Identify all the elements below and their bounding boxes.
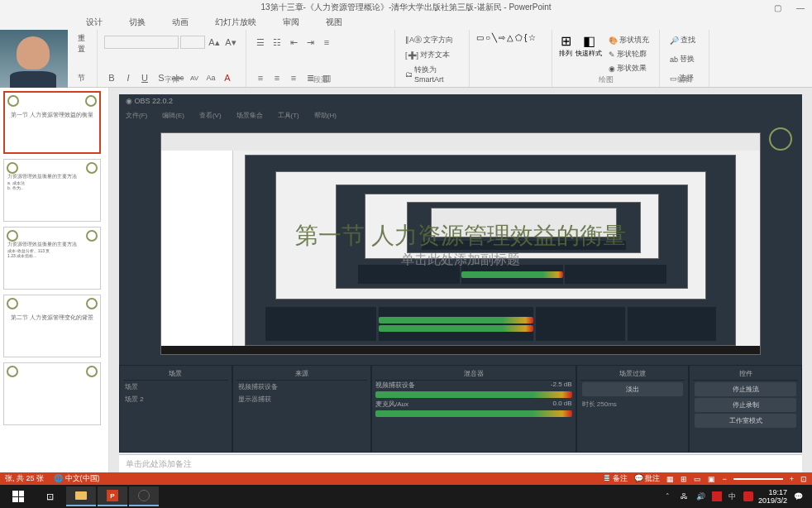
thumbnail-4[interactable]: 第二节 人力资源管理变化的背景 xyxy=(3,295,101,357)
window-title: 13第十三章-《人力资源管理概论》-清华大学出版社第三版-谌新民 - Power… xyxy=(260,2,551,13)
tray-volume-icon[interactable]: 🔊 xyxy=(695,491,707,502)
ribbon-collapse-icon[interactable]: ▢ xyxy=(769,2,786,12)
zoom-out-icon[interactable]: − xyxy=(722,475,726,483)
slide-canvas[interactable]: ◉ OBS 22.0.2 文件(F) 编辑(E) 查看(V) 场景集合 工具(T… xyxy=(119,94,802,453)
shape-fill-button[interactable]: 🎨 形状填充 xyxy=(605,33,652,47)
obs-menu-tools[interactable]: 工具(T) xyxy=(278,111,299,121)
thumbnail-1[interactable]: 第一节 人力资源管理效益的衡量 xyxy=(3,91,101,154)
obs-stop-stream-button[interactable]: 停止推流 xyxy=(695,382,796,396)
indent-right-icon[interactable]: ⇥ xyxy=(303,35,318,50)
obs-logo-icon: ◉ OBS 22.0.2 xyxy=(126,97,173,107)
tray-ime-icon[interactable] xyxy=(712,491,722,501)
font-group-label: 字体 xyxy=(98,74,246,85)
shape-rect-icon[interactable]: ▭ xyxy=(476,33,484,42)
shape-triangle-icon[interactable]: △ xyxy=(507,33,513,42)
obs-sources-panel[interactable]: 来源 视频捕获设备 显示器捕获 xyxy=(232,365,371,453)
obs-preview[interactable]: 第一节 人力资源管理效益的衡量 单击此处添加副标题 xyxy=(119,122,802,365)
shape-arrow-icon[interactable]: ⇨ xyxy=(499,33,505,42)
taskview-icon[interactable]: ⊡ xyxy=(35,486,64,506)
tab-design[interactable]: 设计 xyxy=(73,15,116,30)
paragraph-group-label: 段落 xyxy=(246,74,394,85)
reset-button[interactable]: 重置 xyxy=(74,31,90,56)
shape-curly-icon[interactable]: { xyxy=(524,33,527,42)
taskbar-explorer[interactable] xyxy=(66,486,96,506)
tab-slideshow[interactable]: 幻灯片放映 xyxy=(202,15,270,30)
ribbon-group-slides: 重置 节 xyxy=(68,30,98,87)
tray-time[interactable]: 19:17 xyxy=(758,488,787,496)
tray-sogou-icon[interactable] xyxy=(743,491,753,501)
reading-view-icon[interactable]: ▭ xyxy=(694,475,701,483)
minimize-icon[interactable]: — xyxy=(792,2,809,12)
taskbar-powerpoint[interactable]: P xyxy=(98,486,127,506)
tab-view[interactable]: 视图 xyxy=(313,15,356,30)
tray-notifications-icon[interactable]: 💬 xyxy=(792,491,804,502)
thumbnail-3[interactable]: 力资源管理效益衡量的主要方法 成本-收益分析。113 页 1.23 成本指标..… xyxy=(3,227,101,290)
ribbon-group-paragraph2: ‖Aⓐ 文字方向 [➕] 对齐文本 🗂 转换为 SmartArt xyxy=(395,30,470,87)
tab-animations[interactable]: 动画 xyxy=(159,15,202,30)
ribbon-group-editing: 🔎 查找 ab 替换 ▭ 选择 编辑 xyxy=(660,30,709,87)
notes-toggle[interactable]: ≣ 备注 xyxy=(604,473,628,484)
zoom-slider[interactable] xyxy=(733,478,783,480)
indent-left-icon[interactable]: ⇤ xyxy=(286,35,301,50)
find-button[interactable]: 🔎 查找 xyxy=(666,33,702,47)
font-family-select[interactable] xyxy=(104,36,179,49)
numbering-icon[interactable]: ☷ xyxy=(270,35,284,50)
comments-toggle[interactable]: 💬 批注 xyxy=(634,473,661,484)
shape-circle-icon[interactable]: ○ xyxy=(485,33,490,42)
quickstyle-icon[interactable]: ◧ xyxy=(576,33,602,49)
obs-menu-help[interactable]: 帮助(H) xyxy=(314,111,337,121)
shape-callout-icon[interactable]: ⬠ xyxy=(515,33,523,42)
thumbnail-2[interactable]: 力资源管理效益衡量的主要方法 a. 成本法 b. 作为... xyxy=(3,159,101,222)
drawing-group-label: 绘图 xyxy=(552,74,659,85)
obs-transitions-panel[interactable]: 场景过渡 淡出 时长 250ms xyxy=(576,365,690,453)
status-bar: 张, 共 25 张 🌐 中文(中国) ≣ 备注 💬 批注 ▦ ⊞ ▭ ▣ − +… xyxy=(0,472,812,485)
smartart-button[interactable]: 🗂 转换为 SmartArt xyxy=(402,63,462,85)
start-button[interactable] xyxy=(3,486,33,506)
replace-button[interactable]: ab 替换 xyxy=(666,52,702,66)
ribbon-group-shapes: ▭ ○ ╲ ⇨ △ ⬠ { ☆ xyxy=(470,30,552,87)
taskbar-obs[interactable] xyxy=(129,486,159,506)
arrange-icon[interactable]: ⊞ xyxy=(559,33,572,49)
line-spacing-icon[interactable]: ≡ xyxy=(319,35,334,50)
thumbnail-5[interactable] xyxy=(3,362,101,425)
bullets-icon[interactable]: ☰ xyxy=(253,35,268,50)
shape-star-icon[interactable]: ☆ xyxy=(528,33,536,42)
obs-mixer-panel[interactable]: 混音器 视频捕获设备-2.5 dB 麦克风/Aux0.0 dB xyxy=(371,365,576,453)
obs-menu-file[interactable]: 文件(F) xyxy=(126,111,147,121)
tray-ime-lang[interactable]: 中 xyxy=(727,491,738,502)
slide-counter[interactable]: 张, 共 25 张 xyxy=(5,473,44,484)
sorter-view-icon[interactable]: ⊞ xyxy=(681,475,687,483)
obs-menu-edit[interactable]: 编辑(E) xyxy=(162,111,184,121)
slide-thumbnails[interactable]: 第一节 人力资源管理效益的衡量 力资源管理效益衡量的主要方法 a. 成本法 b.… xyxy=(0,88,109,472)
shape-outline-button[interactable]: ✎ 形状轮廓 xyxy=(605,47,652,61)
obs-menu-scenes[interactable]: 场景集合 xyxy=(236,111,263,121)
obs-docks: 场景 场景 场景 2 来源 视频捕获设备 显示器捕获 混音器 视频捕获设备-2.… xyxy=(119,365,802,453)
slide-title-text: 第一节 人力资源管理效益的衡量 单击此处添加副标题 xyxy=(295,219,626,268)
fit-window-icon[interactable]: ⊡ xyxy=(800,475,807,483)
notes-pane[interactable]: 单击此处添加备注 xyxy=(119,454,802,472)
font-size-select[interactable] xyxy=(180,36,205,49)
increase-font-icon[interactable]: A▴ xyxy=(207,35,222,50)
zoom-in-icon[interactable]: + xyxy=(790,475,794,483)
obs-controls-panel[interactable]: 控件 停止推流 停止录制 工作室模式 xyxy=(689,365,802,453)
obs-scenes-panel[interactable]: 场景 场景 场景 2 xyxy=(119,365,232,453)
tray-date[interactable]: 2019/3/2 xyxy=(758,496,787,505)
shape-line-icon[interactable]: ╲ xyxy=(492,33,497,42)
tab-transitions[interactable]: 切换 xyxy=(116,15,159,30)
slideshow-view-icon[interactable]: ▣ xyxy=(708,475,715,483)
tab-review[interactable]: 审阅 xyxy=(270,15,313,30)
tray-network-icon[interactable]: 🖧 xyxy=(679,491,690,502)
shape-effects-button[interactable]: ◉ 形状效果 xyxy=(605,61,652,75)
system-tray: ˄ 🖧 🔊 中 19:17 2019/3/2 💬 xyxy=(662,488,809,505)
tray-chevron-icon[interactable]: ˄ xyxy=(662,491,674,502)
section-button[interactable]: 节 xyxy=(74,71,90,85)
align-text-button[interactable]: [➕] 对齐文本 xyxy=(402,48,462,62)
text-direction-button[interactable]: ‖Aⓐ 文字方向 xyxy=(402,33,462,47)
obs-studio-mode-button[interactable]: 工作室模式 xyxy=(695,414,796,428)
decrease-font-icon[interactable]: A▾ xyxy=(223,35,238,50)
normal-view-icon[interactable]: ▦ xyxy=(666,475,674,483)
obs-stop-record-button[interactable]: 停止录制 xyxy=(695,398,796,412)
slide-editor: ◉ OBS 22.0.2 文件(F) 编辑(E) 查看(V) 场景集合 工具(T… xyxy=(109,88,812,472)
language-indicator[interactable]: 🌐 中文(中国) xyxy=(54,473,100,484)
obs-menu-view[interactable]: 查看(V) xyxy=(199,111,222,121)
